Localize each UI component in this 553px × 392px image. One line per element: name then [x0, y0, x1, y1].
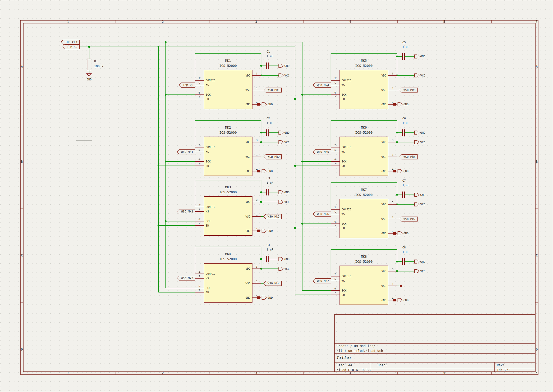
- pin4-gnd-label-mk2-text[interactable]: GND: [268, 169, 273, 173]
- module-ref[interactable]: MK5: [361, 59, 367, 63]
- cap-gnd-label-mk8-text[interactable]: GND: [420, 260, 425, 263]
- cap-gnd-label-mk3-text[interactable]: GND: [284, 191, 289, 194]
- pin-name: SD: [206, 291, 209, 294]
- vcc-label-mk6-text[interactable]: VCC: [420, 140, 425, 144]
- cap-gnd-label-mk1-text[interactable]: GND: [284, 64, 289, 68]
- symbol-body-mk6[interactable]: [340, 137, 388, 176]
- module-part[interactable]: ICS-52000: [355, 64, 373, 68]
- cap-gnd-label-mk7-text[interactable]: GND: [420, 193, 425, 196]
- module-ref[interactable]: MK8: [361, 255, 367, 258]
- vcc-label-mk3-text[interactable]: VCC: [284, 200, 289, 204]
- module-ref[interactable]: MK6: [361, 126, 367, 129]
- net-label-input-mk2-text[interactable]: WSO Mk1: [181, 150, 193, 154]
- pin-number: 7: [199, 162, 200, 165]
- symbol-body-mk2[interactable]: [204, 137, 252, 176]
- module-ref[interactable]: MK7: [361, 188, 367, 191]
- cap-gnd-label-mk2-text[interactable]: GND: [284, 131, 289, 134]
- capacitor-ref[interactable]: C7: [402, 179, 406, 182]
- vcc-label-mk5-text[interactable]: VCC: [420, 74, 425, 77]
- module-ref[interactable]: MK1: [225, 59, 231, 63]
- vcc-label-mk8-text[interactable]: VCC: [420, 269, 425, 273]
- pin-number: 2: [334, 144, 336, 147]
- capacitor-ref[interactable]: C2: [267, 117, 270, 120]
- pin-name: CONFIG: [341, 79, 351, 82]
- vcc-label-mk4-text[interactable]: VCC: [284, 267, 289, 271]
- pin4-gnd-label-mk4-text[interactable]: GND: [268, 296, 273, 299]
- resistor-value[interactable]: 100 k: [94, 64, 103, 68]
- hier-label-tdm-sd-text[interactable]: TDM SD: [67, 45, 77, 49]
- capacitor-ref[interactable]: C1: [267, 50, 270, 53]
- pin-name: VDD: [382, 140, 386, 144]
- net-label-input-mk7-text[interactable]: WSO Mk6: [317, 212, 329, 216]
- net-label-output-mk2-text[interactable]: WSO Mk2: [268, 155, 279, 159]
- symbol-body-mk5[interactable]: [340, 70, 388, 109]
- cap-gnd-label-mk6-text[interactable]: GND: [420, 131, 425, 134]
- module-part[interactable]: ICS-52000: [219, 190, 237, 194]
- cap-gnd-label-mk4-text[interactable]: GND: [284, 257, 289, 261]
- net-label-input-mk6-text[interactable]: WSO Mk5: [317, 150, 329, 154]
- module-ref[interactable]: MK4: [225, 252, 231, 256]
- module-ref[interactable]: MK2: [225, 126, 231, 129]
- vcc-label-mk1-text[interactable]: VCC: [284, 74, 289, 77]
- capacitor-value[interactable]: 1 uF: [267, 248, 274, 251]
- frame-row-letter: A: [536, 65, 538, 68]
- net-label-input-mk8-text[interactable]: WSO Mk7: [317, 279, 329, 283]
- symbol-body-mk8[interactable]: [340, 266, 388, 305]
- titleblock-size: Size: A4: [336, 363, 352, 367]
- net-label-output-mk3-text[interactable]: WSO Mk3: [268, 215, 279, 218]
- frame-col-number: 4: [349, 371, 351, 375]
- module-part[interactable]: ICS-52000: [219, 64, 237, 68]
- capacitor-value[interactable]: 1 uF: [267, 181, 274, 184]
- erc-marker: [393, 103, 396, 105]
- module-part[interactable]: ICS-52000: [355, 260, 373, 263]
- vcc-label-mk2-text[interactable]: VCC: [284, 140, 289, 144]
- symbol-body-mk4[interactable]: [204, 263, 252, 302]
- pin-name: WSO: [382, 284, 386, 288]
- pin4-gnd-label-mk5-text[interactable]: GND: [403, 103, 408, 106]
- module-part[interactable]: ICS-52000: [219, 131, 237, 134]
- symbol-body-mk1[interactable]: [204, 70, 252, 109]
- capacitor-ref[interactable]: C3: [267, 176, 270, 180]
- capacitor-value[interactable]: 1 uF: [402, 121, 409, 125]
- capacitor-value[interactable]: 1 uF: [267, 54, 274, 58]
- net-label-input-mk5-text[interactable]: WSO Mk4: [317, 84, 329, 87]
- hier-label-tdm-clk-text[interactable]: TDM CLK: [65, 40, 78, 44]
- frame-col-number: 5: [443, 20, 445, 23]
- pin4-gnd-label-mk8-text[interactable]: GND: [403, 298, 408, 302]
- pin4-gnd-label-mk7-text[interactable]: GND: [403, 232, 408, 235]
- net-label-input-mk3-text[interactable]: WSO Mk2: [181, 210, 193, 213]
- symbol-body-mk3[interactable]: [204, 196, 252, 236]
- junction-dot: [165, 94, 166, 96]
- module-part[interactable]: ICS-52000: [219, 257, 237, 261]
- pin4-gnd-label-mk6-text[interactable]: GND: [403, 169, 408, 173]
- symbol-body-mk7[interactable]: [340, 199, 388, 238]
- capacitor-ref[interactable]: C4: [267, 243, 270, 247]
- erc-marker: [400, 285, 402, 287]
- net-label-output-mk1-text[interactable]: WSO Mk1: [268, 88, 279, 92]
- net-label-output-mk4-text[interactable]: WSO Mk4: [268, 282, 279, 285]
- schematic-canvas[interactable]: Sheet: /TDM_modules/ File: untitled.kica…: [0, 0, 553, 392]
- pin4-gnd-label-mk1-text[interactable]: GND: [268, 103, 273, 106]
- capacitor-ref[interactable]: C5: [402, 41, 406, 44]
- module-part[interactable]: ICS-52000: [355, 131, 373, 134]
- net-label-input-mk4-text[interactable]: WSO Mk3: [181, 277, 193, 280]
- net-label-output-mk7-text[interactable]: WSO Mk7: [404, 217, 416, 221]
- net-label-output-mk5-text[interactable]: WSO Mk5: [404, 88, 416, 92]
- net-label-input-mk1-text[interactable]: TDM WS: [183, 84, 193, 87]
- capacitor-value[interactable]: 1 uF: [402, 183, 409, 187]
- capacitor-ref[interactable]: C6: [402, 117, 406, 120]
- capacitor-value[interactable]: 1 uF: [402, 45, 409, 49]
- capacitor-value[interactable]: 1 uF: [402, 250, 409, 254]
- capacitor-value[interactable]: 1 uF: [267, 121, 274, 125]
- pin4-gnd-label-mk3-text[interactable]: GND: [268, 229, 273, 232]
- capacitor-ref[interactable]: C8: [402, 246, 406, 249]
- resistor-ref[interactable]: R1: [94, 59, 98, 63]
- pin-name: WS: [341, 84, 345, 87]
- frame-row-letter: B: [536, 160, 538, 163]
- net-label-output-mk6-text[interactable]: WSO Mk6: [404, 155, 416, 159]
- frame-col-number: 3: [255, 20, 257, 23]
- module-part[interactable]: ICS-52000: [355, 193, 373, 196]
- module-ref[interactable]: MK3: [225, 185, 231, 189]
- vcc-label-mk7-text[interactable]: VCC: [420, 203, 425, 206]
- cap-gnd-label-mk5-text[interactable]: GND: [420, 55, 425, 58]
